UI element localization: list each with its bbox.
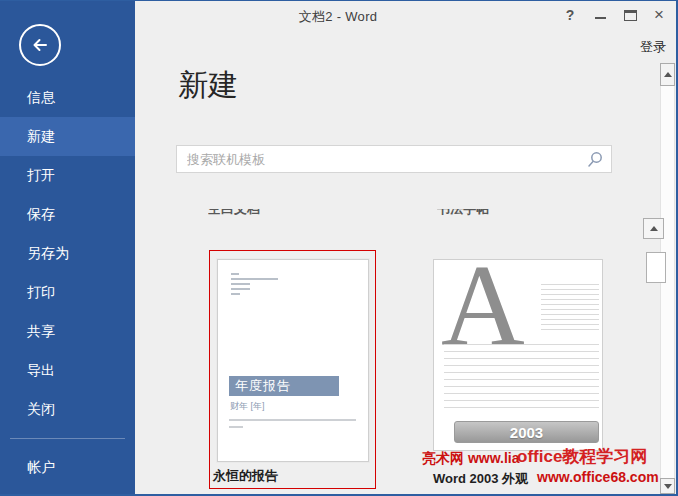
maximize-icon [624,10,637,21]
chevron-down-icon [664,484,672,489]
search-icon[interactable] [586,151,604,169]
close-icon: × [654,5,664,25]
back-button[interactable] [19,24,61,66]
watermark-office68-url: www.office68.com [537,469,659,485]
help-button[interactable]: ? [560,5,580,25]
preview-header-lines [231,273,278,298]
back-arrow-icon [28,33,52,57]
sign-in-link[interactable]: 登录 [640,38,666,56]
minimize-button[interactable] [590,5,610,25]
template-card-word2003[interactable]: A 2003 [433,259,603,451]
preview-title-banner: 年度报告 [229,376,339,396]
sidebar-divider [10,438,125,439]
sidebar-item-open[interactable]: 打开 [0,156,135,195]
sidebar-item-export[interactable]: 导出 [0,351,135,390]
maximize-button[interactable] [620,5,640,25]
sidebar-item-account[interactable]: 帐户 [0,448,135,487]
preview-2003-badge: 2003 [454,421,599,443]
help-icon: ? [566,7,575,23]
word-backstage-window: 文档2 - Word ? × 登录 信息 新建 打开 保存 另存为 打印 共享 … [0,0,678,496]
sidebar-item-new[interactable]: 新建 [0,117,135,156]
sidebar-item-print[interactable]: 打印 [0,273,135,312]
template-search-box [176,145,612,173]
close-button[interactable]: × [649,5,669,25]
preview-paragraph-line [229,419,356,421]
scroll-up-button-secondary[interactable] [643,218,664,239]
scroll-up-button[interactable] [660,63,675,86]
sidebar-item-save-as[interactable]: 另存为 [0,234,135,273]
search-input[interactable] [177,146,611,172]
chevron-up-icon [664,72,672,77]
page-title: 新建 [178,65,238,106]
backstage-sidebar: 信息 新建 打开 保存 另存为 打印 共享 导出 关闭 帐户 [0,0,135,496]
preview-paragraph-line [229,426,243,428]
preview-subtitle: 财年 [年] [230,400,265,413]
clipped-template-name-left: 空白文档 [208,209,264,219]
scrollbar-thumb[interactable] [646,252,666,283]
chevron-up-icon [650,226,658,231]
sidebar-item-share[interactable]: 共享 [0,312,135,351]
scroll-down-button[interactable] [660,478,675,494]
template-name-timeless-report[interactable]: 永恒的报告 [213,467,278,485]
sidebar-item-close-doc[interactable]: 关闭 [0,390,135,429]
sidebar-item-save[interactable]: 保存 [0,195,135,234]
template-name-word2003[interactable]: Word 2003 外观 [433,470,528,488]
clipped-template-name-right: 书法字帖 [437,209,493,219]
template-card-timeless-report[interactable]: 年度报告 财年 [年] [217,259,369,462]
minimize-icon [595,17,606,19]
sidebar-nav: 信息 新建 打开 保存 另存为 打印 共享 导出 关闭 [0,78,135,429]
watermark-office68-name: office教程学习网 [517,445,647,468]
preview-ruled-lines-right [541,284,599,334]
watermark-liangshu: 亮术网 www.lia [422,450,520,468]
sidebar-item-info[interactable]: 信息 [0,78,135,117]
preview-ruled-lines-full [444,344,599,414]
